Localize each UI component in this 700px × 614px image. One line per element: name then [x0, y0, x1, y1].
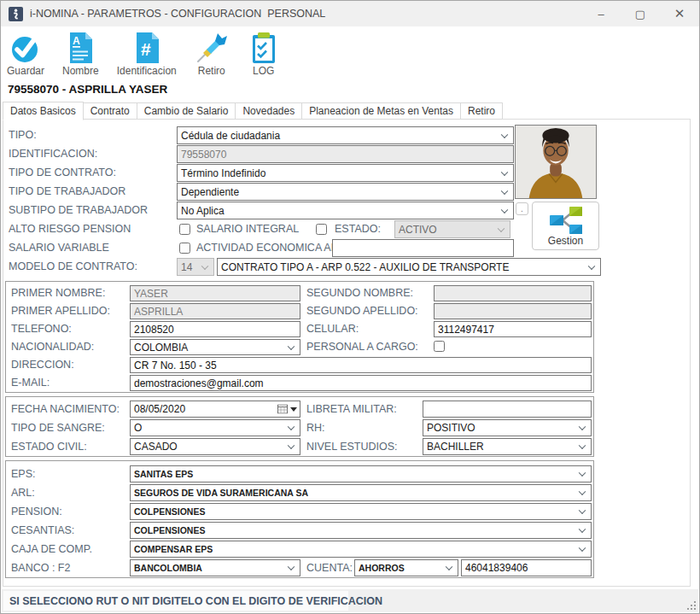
window-title: i-NOMINA - PARAMETROS - CONFIGURACION PE… — [30, 8, 325, 20]
salario-variable-label: SALARIO VARIABLE — [9, 242, 109, 254]
nombre-button[interactable]: A Nombre — [61, 30, 101, 78]
guardar-button[interactable]: Guardar — [5, 30, 46, 78]
tipo-sangre-label: TIPO DE SANGRE: — [11, 422, 105, 434]
telefono-input[interactable] — [130, 321, 300, 337]
pension-label: PENSION: — [11, 506, 62, 518]
photo-options-button[interactable]: . — [516, 202, 528, 215]
retiro-button[interactable]: Retiro — [193, 30, 230, 78]
segundo-apellido-input[interactable] — [434, 303, 592, 319]
tab-novedades[interactable]: Novedades — [235, 102, 302, 120]
banco-combo[interactable]: BANCOLOMBIA — [130, 559, 300, 576]
primer-nombre-input[interactable] — [130, 285, 300, 301]
email-label: E-MAIL: — [11, 377, 50, 389]
app-icon — [9, 7, 23, 21]
tab-page-datos-basicos: TIPO: Cédula de ciudadania IDENTIFICACIO… — [3, 119, 691, 587]
modelo-codigo-value: 14 — [181, 261, 192, 273]
caja-comp-label: CAJA DE COMP. — [11, 543, 92, 555]
svg-text:#: # — [141, 39, 151, 59]
fecha-nacimiento-datepicker[interactable]: 08/05/2020 — [130, 401, 300, 418]
chevron-down-icon — [288, 423, 295, 430]
primer-apellido-input[interactable] — [130, 303, 300, 319]
personal-a-cargo-checkbox[interactable] — [434, 341, 445, 352]
org-chart-icon — [549, 207, 583, 234]
tab-datos-basicos[interactable]: Datos Basicos — [3, 102, 84, 120]
gestion-button[interactable]: Gestion — [532, 202, 599, 250]
minimize-button[interactable]: – — [581, 1, 621, 26]
chevron-down-icon — [498, 225, 505, 231]
employee-header: 79558070 - ASPRILLA YASER — [8, 83, 167, 96]
maximize-button[interactable]: ▢ — [621, 1, 660, 26]
estado-combo[interactable]: ACTIVO — [394, 220, 510, 238]
tab-strip: Datos Basicos Contrato Cambio de Salario… — [3, 101, 502, 120]
caja-comp-combo[interactable]: COMPENSAR EPS — [130, 541, 592, 558]
estado-checkbox[interactable] — [316, 224, 327, 235]
log-button[interactable]: LOG — [245, 30, 283, 78]
alto-riesgo-label: ALTO RIESGO PENSION — [9, 223, 131, 235]
tab-contrato[interactable]: Contrato — [83, 102, 137, 120]
telefono-label: TELEFONO: — [11, 323, 72, 335]
identificacion-input[interactable] — [177, 145, 514, 163]
nacionalidad-combo[interactable]: COLOMBIA — [130, 339, 300, 355]
direccion-input[interactable] — [130, 357, 592, 373]
celular-input[interactable] — [434, 321, 592, 337]
actividad-arl-checkbox[interactable] — [179, 243, 190, 254]
svg-text:A: A — [73, 35, 80, 47]
segundo-nombre-input[interactable] — [434, 285, 592, 301]
cuenta-label: CUENTA: — [306, 562, 353, 574]
tipo-combo[interactable]: Cédula de ciudadania — [177, 126, 514, 144]
tab-planeacion-metas[interactable]: Planeacion de Metas en Ventas — [301, 102, 461, 120]
close-button[interactable]: ✕ — [660, 1, 699, 26]
tipo-sangre-combo[interactable]: O — [130, 419, 300, 436]
pension-combo[interactable]: COLPENSIONES — [130, 503, 592, 520]
names-groupbox: PRIMER NOMBRE: SEGUNDO NOMBRE: PRIMER AP… — [5, 281, 594, 393]
tipo-label: TIPO: — [9, 129, 37, 141]
arl-label: ARL: — [11, 487, 35, 499]
fecha-nacimiento-value: 08/05/2020 — [134, 403, 185, 415]
chevron-down-icon — [288, 342, 295, 349]
chevron-down-icon — [579, 469, 586, 476]
cuenta-numero-input[interactable] — [461, 559, 592, 576]
document-hash-icon: # — [130, 31, 164, 65]
chevron-down-icon — [579, 441, 586, 448]
segundo-apellido-label: SEGUNDO APELLIDO: — [306, 305, 418, 317]
tipo-contrato-combo[interactable]: Término Indefinido — [177, 164, 514, 182]
toolbar: Guardar A Nombre # Identificacion — [5, 30, 283, 78]
nacionalidad-label: NACIONALIDAD: — [11, 341, 94, 353]
chevron-down-icon — [579, 488, 586, 494]
fecha-nacimiento-label: FECHA NACIMIENTO: — [11, 403, 120, 415]
salario-integral-checkbox[interactable] — [179, 224, 190, 235]
tipo-sangre-value: O — [134, 422, 142, 434]
resize-grip[interactable] — [685, 599, 697, 611]
nivel-estudios-value: BACHILLER — [427, 441, 484, 453]
chevron-down-icon — [588, 262, 595, 269]
cesantias-combo[interactable]: COLPENSIONES — [130, 522, 592, 539]
estado-civil-label: ESTADO CIVIL: — [11, 441, 87, 453]
modelo-contrato-combo[interactable]: CONTRATO TIPO A - ARP 0.522 - AUXILIO DE… — [217, 258, 601, 276]
modelo-codigo-combo[interactable]: 14 — [177, 258, 214, 276]
libreta-militar-input[interactable] — [423, 401, 592, 418]
rh-label: RH: — [306, 422, 325, 434]
segundo-nombre-label: SEGUNDO NOMBRE: — [306, 287, 413, 299]
salario-integral-label: SALARIO INTEGRAL — [196, 223, 299, 235]
email-input[interactable] — [130, 375, 592, 391]
chevron-down-icon — [579, 525, 586, 532]
identificacion-button[interactable]: # Identificacion — [115, 30, 178, 78]
arl-value: SEGUROS DE VIDA SURAMERICANA SA — [134, 488, 308, 498]
cuenta-tipo-combo[interactable]: AHORROS — [354, 559, 458, 576]
subtipo-trabajador-combo[interactable]: No Aplica — [177, 202, 514, 219]
tipo-trabajador-combo[interactable]: Dependiente — [177, 183, 514, 201]
arl-combo[interactable]: SEGUROS DE VIDA SURAMERICANA SA — [130, 484, 592, 501]
chevron-down-icon — [288, 441, 295, 448]
estado-civil-value: CASADO — [134, 441, 178, 453]
eps-combo[interactable]: SANITAS EPS — [130, 465, 592, 482]
chevron-down-icon — [579, 544, 586, 551]
tab-retiro[interactable]: Retiro — [460, 102, 503, 120]
tab-cambio-de-salario[interactable]: Cambio de Salario — [137, 102, 236, 120]
estado-civil-combo[interactable]: CASADO — [130, 438, 300, 455]
nivel-estudios-combo[interactable]: BACHILLER — [423, 438, 592, 455]
rh-combo[interactable]: POSITIVO — [423, 419, 592, 436]
calendar-icon — [277, 405, 288, 414]
chevron-down-icon — [201, 262, 208, 269]
actividad-arl-input[interactable] — [332, 239, 514, 257]
employee-photo — [515, 125, 597, 199]
